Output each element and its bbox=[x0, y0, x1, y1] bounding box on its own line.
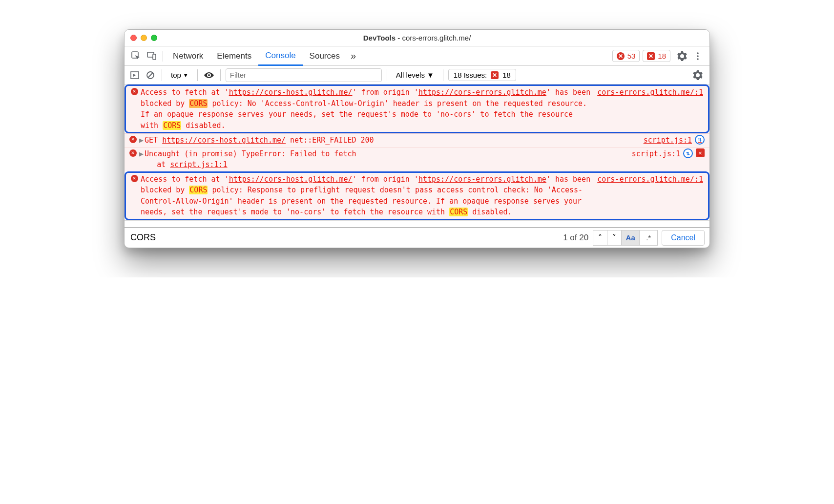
match-case-toggle[interactable]: Aa bbox=[621, 230, 640, 246]
issue-icon: ✕ bbox=[491, 71, 499, 79]
panel-tabbar: Network Elements Console Sources » ✕ 53 … bbox=[125, 46, 709, 66]
console-spacer bbox=[125, 220, 709, 227]
clear-console-icon[interactable] bbox=[144, 67, 157, 83]
svg-line-8 bbox=[148, 73, 153, 78]
issue-icon: ✕ bbox=[647, 52, 655, 60]
divider bbox=[162, 69, 162, 81]
inspect-element-icon[interactable] bbox=[128, 48, 144, 64]
issue-icon[interactable]: ✕ bbox=[696, 148, 705, 157]
divider bbox=[387, 69, 387, 81]
console-message-text: ▶GET https://cors-host.glitch.me/ net::E… bbox=[139, 135, 638, 146]
console-toolbar: top ▼ All levels ▼ 18 Issues: ✕ 18 bbox=[125, 66, 709, 84]
window-title-url: cors-errors.glitch.me/ bbox=[402, 34, 471, 42]
console-message-text: Access to fetch at 'https://cors-host.gl… bbox=[141, 174, 591, 218]
error-level-icon: ✕ bbox=[126, 148, 139, 170]
console-message-text: ▶Uncaught (in promise) TypeError: Failed… bbox=[139, 148, 626, 170]
search-input[interactable] bbox=[129, 231, 558, 245]
svg-point-5 bbox=[697, 58, 699, 60]
log-levels-selector[interactable]: All levels ▼ bbox=[392, 69, 438, 81]
divider bbox=[443, 69, 443, 81]
issues-pill-count: 18 bbox=[502, 71, 511, 79]
error-level-icon: ✕ bbox=[126, 135, 139, 146]
console-row[interactable]: ✕▶Uncaught (in promise) TypeError: Faile… bbox=[125, 147, 709, 171]
log-levels-label: All levels bbox=[396, 71, 425, 79]
more-tabs-button[interactable]: » bbox=[347, 50, 360, 62]
issues-pill[interactable]: 18 Issues: ✕ 18 bbox=[448, 69, 516, 81]
titlebar: DevTools - cors-errors.glitch.me/ bbox=[125, 30, 709, 46]
context-selector-label: top bbox=[171, 71, 181, 79]
svg-rect-2 bbox=[153, 54, 156, 60]
issue-count-value: 18 bbox=[658, 52, 666, 60]
divider bbox=[197, 69, 198, 81]
reveal-icon[interactable]: ⇅ bbox=[683, 148, 693, 158]
chevron-down-icon: ▼ bbox=[427, 71, 434, 79]
divider bbox=[163, 51, 163, 62]
issues-pill-label: 18 Issues: bbox=[454, 71, 487, 79]
search-bar: 1 of 20 ˄ ˅ Aa .* Cancel bbox=[125, 227, 709, 248]
regex-toggle[interactable]: .* bbox=[639, 230, 658, 246]
cancel-button[interactable]: Cancel bbox=[662, 230, 705, 246]
svg-point-9 bbox=[208, 74, 210, 76]
filter-input[interactable] bbox=[226, 68, 382, 82]
window-title: DevTools - cors-errors.glitch.me/ bbox=[125, 34, 709, 42]
search-next-button[interactable]: ˅ bbox=[607, 230, 622, 246]
sidebar-toggle-icon[interactable] bbox=[128, 67, 141, 83]
source-link[interactable]: cors-errors.glitch.me/:1 bbox=[591, 174, 703, 218]
context-selector[interactable]: top ▼ bbox=[167, 69, 192, 81]
settings-icon[interactable] bbox=[674, 48, 690, 64]
svg-point-3 bbox=[697, 52, 699, 54]
console-messages: ✕Access to fetch at 'https://cors-host.g… bbox=[125, 84, 709, 220]
tab-console[interactable]: Console bbox=[258, 47, 302, 66]
source-link[interactable]: cors-errors.glitch.me/:1 bbox=[591, 87, 703, 131]
window-title-prefix: DevTools - bbox=[363, 34, 402, 42]
error-count-badge[interactable]: ✕ 53 bbox=[612, 50, 640, 62]
console-row[interactable]: ✕▶GET https://cors-host.glitch.me/ net::… bbox=[125, 133, 709, 147]
source-link[interactable]: script.js:1⇅ bbox=[638, 135, 705, 146]
console-settings-icon[interactable] bbox=[690, 67, 706, 83]
console-row[interactable]: ✕Access to fetch at 'https://cors-host.g… bbox=[125, 171, 709, 220]
console-row[interactable]: ✕Access to fetch at 'https://cors-host.g… bbox=[125, 84, 709, 133]
error-icon: ✕ bbox=[617, 52, 625, 60]
kebab-menu-icon[interactable] bbox=[690, 48, 706, 64]
live-expression-icon[interactable] bbox=[203, 69, 215, 82]
search-prev-button[interactable]: ˄ bbox=[593, 230, 607, 246]
chevron-down-icon: ▼ bbox=[183, 72, 188, 78]
devtools-window: DevTools - cors-errors.glitch.me/ Networ… bbox=[124, 29, 710, 248]
error-level-icon: ✕ bbox=[128, 87, 141, 131]
issue-count-badge[interactable]: ✕ 18 bbox=[643, 50, 670, 62]
reveal-icon[interactable]: ⇅ bbox=[695, 135, 705, 145]
tab-network[interactable]: Network bbox=[166, 46, 210, 65]
svg-point-4 bbox=[697, 55, 699, 57]
device-toggle-icon[interactable] bbox=[144, 48, 160, 64]
divider bbox=[220, 69, 221, 81]
error-level-icon: ✕ bbox=[128, 174, 141, 218]
source-link[interactable]: script.js:1⇅✕ bbox=[626, 148, 705, 170]
tab-elements[interactable]: Elements bbox=[210, 46, 258, 65]
console-message-text: Access to fetch at 'https://cors-host.gl… bbox=[141, 87, 591, 131]
tab-sources[interactable]: Sources bbox=[303, 46, 347, 65]
search-result-count: 1 of 20 bbox=[558, 233, 593, 243]
error-count-value: 53 bbox=[627, 52, 636, 60]
